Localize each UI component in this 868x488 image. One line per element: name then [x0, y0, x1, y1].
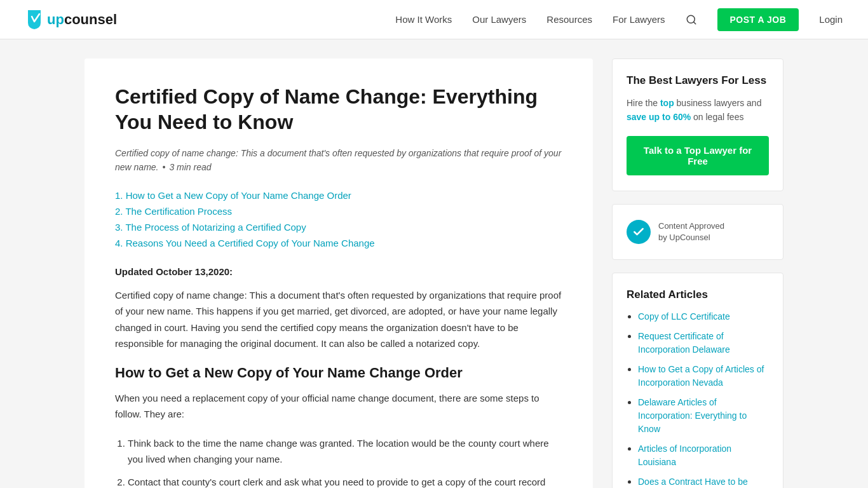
- approved-text: Content Approved by UpCounsel: [658, 220, 724, 243]
- list-item: Copy of LLC Certificate: [638, 310, 769, 323]
- list-item-1: Think back to the time the name change w…: [128, 435, 562, 468]
- related-link-6[interactable]: Does a Contract Have to be Notarized to …: [638, 477, 748, 488]
- best-lawyers-card: The Best Lawyers For Less Hire the top b…: [612, 58, 783, 191]
- toc-link-3[interactable]: 3. The Process of Notarizing a Certified…: [115, 222, 306, 233]
- related-link-5[interactable]: Articles of Incorporation Louisiana: [638, 444, 731, 467]
- list-item: Does a Contract Have to be Notarized to …: [638, 475, 769, 488]
- related-articles-title: Related Articles: [627, 288, 769, 301]
- main-content: Certified Copy of Name Change: Everythin…: [85, 58, 593, 488]
- logo-text: upcounsel: [47, 11, 117, 28]
- login-link[interactable]: Login: [819, 14, 843, 25]
- nav-our-lawyers[interactable]: Our Lawyers: [472, 14, 526, 25]
- sidebar: The Best Lawyers For Less Hire the top b…: [612, 58, 783, 488]
- related-link-2[interactable]: Request Certificate of Incorporation Del…: [638, 331, 730, 355]
- hire-text: Hire the top business lawyers and save u…: [627, 96, 769, 125]
- navigation: upcounsel How It Works Our Lawyers Resou…: [0, 0, 868, 39]
- toc-link-4[interactable]: 4. Reasons You Need a Certified Copy of …: [115, 238, 375, 248]
- nav-resources[interactable]: Resources: [546, 14, 592, 25]
- toc-item-1: 1. How to Get a New Copy of Your Name Ch…: [115, 190, 562, 201]
- table-of-contents: 1. How to Get a New Copy of Your Name Ch…: [115, 190, 562, 248]
- post-job-button[interactable]: POST A JOB: [717, 8, 799, 31]
- logo-icon: [25, 9, 43, 30]
- talk-to-lawyer-button[interactable]: Talk to a Top Lawyer for Free: [627, 136, 769, 175]
- related-link-1[interactable]: Copy of LLC Certificate: [638, 311, 730, 322]
- toc-item-2: 2. The Certification Process: [115, 206, 562, 217]
- approved-badge: [627, 220, 651, 244]
- svg-line-1: [693, 22, 695, 24]
- search-icon[interactable]: [686, 14, 697, 25]
- toc-link-1[interactable]: 1. How to Get a New Copy of Your Name Ch…: [115, 190, 351, 201]
- section-1-intro: When you need a replacement copy of your…: [115, 390, 562, 423]
- updated-date: Updated October 13,2020:: [115, 266, 562, 277]
- list-item-2: Contact that county's court clerk and as…: [128, 474, 562, 488]
- list-item: How to Get a Copy of Articles of Incorpo…: [638, 363, 769, 390]
- best-lawyers-title: The Best Lawyers For Less: [627, 74, 769, 87]
- nav-how-it-works[interactable]: How It Works: [395, 14, 452, 25]
- toc-item-4: 4. Reasons You Need a Certified Copy of …: [115, 238, 562, 248]
- content-approved-card: Content Approved by UpCounsel: [612, 204, 783, 260]
- logo[interactable]: upcounsel: [25, 9, 117, 30]
- checkmark-icon: [632, 226, 645, 238]
- nav-links: How It Works Our Lawyers Resources For L…: [395, 8, 843, 31]
- body-paragraph-1: Certified copy of name change: This a do…: [115, 287, 562, 352]
- article-subtitle: Certified copy of name change: This a do…: [115, 146, 562, 175]
- steps-list: Think back to the time the name change w…: [115, 435, 562, 488]
- approved-badge-container: Content Approved by UpCounsel: [627, 220, 769, 244]
- related-articles-card: Related Articles Copy of LLC Certificate…: [612, 273, 783, 488]
- list-item: Request Certificate of Incorporation Del…: [638, 330, 769, 356]
- related-articles-list: Copy of LLC Certificate Request Certific…: [627, 310, 769, 488]
- nav-for-lawyers[interactable]: For Lawyers: [613, 14, 665, 25]
- page-wrapper: Certified Copy of Name Change: Everythin…: [72, 39, 796, 488]
- article-title: Certified Copy of Name Change: Everythin…: [115, 84, 562, 135]
- related-link-4[interactable]: Delaware Articles of Incorporation: Ever…: [638, 397, 747, 434]
- toc-item-3: 3. The Process of Notarizing a Certified…: [115, 222, 562, 233]
- section-1-heading: How to Get a New Copy of Your Name Chang…: [115, 365, 562, 381]
- list-item: Delaware Articles of Incorporation: Ever…: [638, 396, 769, 436]
- toc-link-2[interactable]: 2. The Certification Process: [115, 206, 232, 217]
- list-item: Articles of Incorporation Louisiana: [638, 442, 769, 469]
- related-link-3[interactable]: How to Get a Copy of Articles of Incorpo…: [638, 364, 764, 388]
